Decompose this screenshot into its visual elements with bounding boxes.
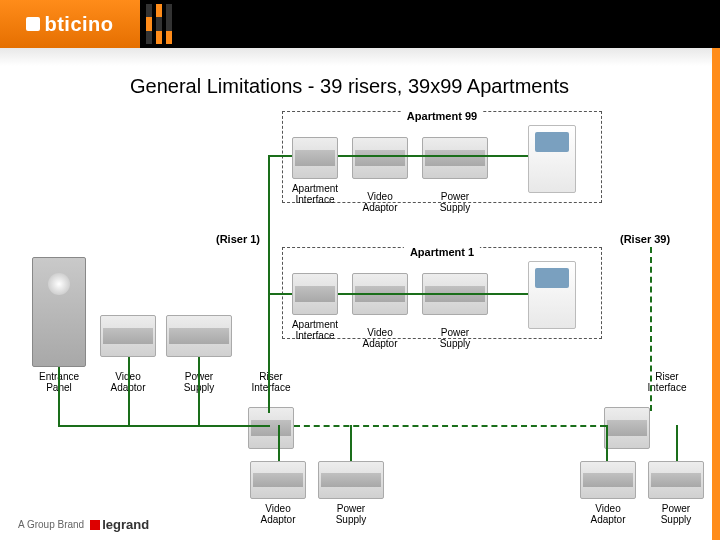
- riser-39-label: (Riser 39): [620, 233, 670, 245]
- wire: [338, 155, 528, 157]
- label-riser-interface: Riser Interface: [634, 371, 700, 393]
- subheader-gradient: [0, 48, 712, 66]
- label-apartment-interface: Apartment Interface: [286, 183, 344, 205]
- wire: [606, 425, 608, 461]
- wire: [676, 425, 678, 461]
- entrance-panel-device: [32, 257, 86, 367]
- wire: [268, 155, 292, 157]
- wire-dashed: [294, 425, 606, 427]
- riser-1-label: (Riser 1): [216, 233, 260, 245]
- wire: [58, 425, 270, 427]
- wire: [58, 367, 60, 425]
- label-video-adaptor: Video Adaptor: [250, 503, 306, 525]
- riser-interface-device: [248, 407, 294, 449]
- label-power-supply: Power Supply: [422, 191, 488, 213]
- brand-name: bticino: [44, 13, 113, 36]
- brand-logo: bticino: [0, 0, 140, 48]
- power-supply-device: [166, 315, 232, 357]
- power-supply-device: [318, 461, 384, 499]
- label-apartment-interface: Apartment Interface: [286, 319, 344, 341]
- video-adaptor-device: [100, 315, 156, 357]
- wire: [268, 155, 270, 413]
- power-supply-device: [422, 137, 488, 179]
- wire: [278, 425, 280, 461]
- video-adaptor-device: [580, 461, 636, 499]
- video-adaptor-device: [250, 461, 306, 499]
- video-intercom-device: [528, 261, 576, 329]
- apartment-title: Apartment 99: [401, 110, 483, 122]
- logo-mark-icon: [26, 17, 40, 31]
- apartment-interface-device: [292, 137, 338, 179]
- video-adaptor-device: [352, 137, 408, 179]
- apartment-title: Apartment 1: [404, 246, 480, 258]
- power-supply-device: [648, 461, 704, 499]
- wire: [198, 357, 200, 425]
- page-title: General Limitations - 39 risers, 39x99 A…: [130, 75, 569, 98]
- riser-interface-device: [604, 407, 650, 449]
- diagram-canvas: Apartment 99 Apartment Interface Video A…: [0, 105, 712, 510]
- label-video-adaptor: Video Adaptor: [580, 503, 636, 525]
- label-power-supply: Power Supply: [318, 503, 384, 525]
- video-intercom-device: [528, 125, 576, 193]
- apartment-interface-device: [292, 273, 338, 315]
- group-brand-logo: legrand: [90, 517, 149, 532]
- wire: [268, 293, 292, 295]
- wire: [128, 357, 130, 425]
- wire: [338, 293, 528, 295]
- wire: [350, 425, 352, 461]
- header-pattern: [146, 4, 720, 44]
- group-brand-name: legrand: [102, 517, 149, 532]
- legrand-mark-icon: [90, 520, 100, 530]
- label-power-supply: Power Supply: [422, 327, 488, 349]
- label-riser-interface: Riser Interface: [238, 371, 304, 393]
- label-video-adaptor: Video Adaptor: [352, 191, 408, 213]
- label-power-supply: Power Supply: [648, 503, 704, 525]
- group-label: A Group Brand: [18, 519, 84, 530]
- wire-dashed: [650, 247, 652, 411]
- label-video-adaptor: Video Adaptor: [352, 327, 408, 349]
- header-bar: bticino: [0, 0, 720, 48]
- side-accent: [712, 48, 720, 540]
- footer: A Group Brand legrand: [18, 517, 149, 532]
